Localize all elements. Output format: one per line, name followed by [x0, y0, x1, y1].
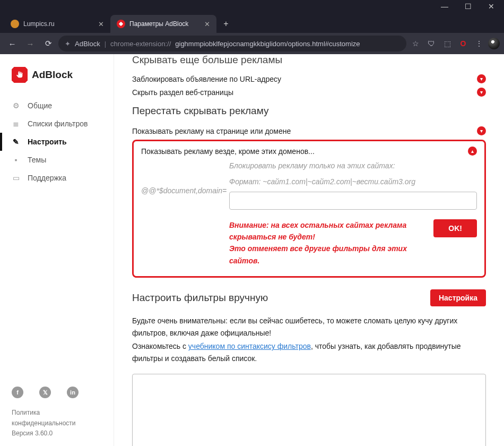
section-manual-title: Настроить фильтры вручную	[132, 292, 268, 304]
sidebar-item-label: Темы	[28, 156, 46, 164]
domains-input[interactable]	[229, 192, 477, 210]
tab-adblock-options[interactable]: Параметры AdBlock ✕	[110, 15, 216, 33]
section-stop-hiding-title: Перестать скрывать рекламу	[132, 105, 486, 117]
extension-icon: ✦	[65, 40, 71, 48]
twitter-icon[interactable]: 𝕏	[39, 387, 51, 398]
window-maximize-button[interactable]: ☐	[456, 0, 480, 13]
manual-warning-text: Будьте очень внимательны: если вы сейчас…	[132, 315, 486, 339]
ok-button[interactable]: OK!	[433, 219, 477, 237]
address-bar: ← → ⟳ ✦ AdBlock | chrome-extension://gig…	[0, 33, 504, 54]
sidebar-item-label: Списки фильтров	[28, 119, 88, 128]
row-show-except[interactable]: Показывать рекламу везде, кроме этих дом…	[141, 144, 477, 158]
adblock-logo: AdBlock	[0, 64, 114, 97]
window-titlebar: — ☐ ✕	[0, 0, 504, 13]
sidebar-footer: f 𝕏 in Политика конфиденциальности Верси…	[0, 379, 114, 446]
window-minimize-button[interactable]: —	[433, 0, 456, 13]
filter-prefix-label: @@*$document,domain=	[141, 160, 224, 195]
manual-filters-header: Настроить фильтры вручную Настройка	[132, 289, 486, 306]
sidebar: AdBlock ⚙ Общие ≣ Списки фильтров ✎ Наст…	[0, 54, 114, 446]
main-panel: Скрывать еще больше рекламы Заблокироват…	[114, 54, 504, 446]
sidebar-item-customize[interactable]: ✎ Настроить	[0, 133, 114, 151]
forward-button[interactable]: →	[22, 36, 38, 52]
url-prefix: chrome-extension://	[110, 40, 171, 48]
manual-filters-textarea[interactable]	[132, 374, 486, 446]
adblock-logo-icon	[12, 67, 28, 83]
page-content: AdBlock ⚙ Общие ≣ Списки фильтров ✎ Наст…	[0, 54, 504, 446]
back-button[interactable]: ←	[4, 36, 20, 52]
url-path: gighmmpiobklfepjocnamgkkbiglidom/options…	[175, 40, 360, 48]
menu-icon[interactable]: ⋮	[472, 37, 486, 50]
brand-name: AdBlock	[32, 69, 73, 81]
row-label: Показывать рекламу везде, кроме этих дом…	[141, 147, 315, 156]
sidebar-item-support[interactable]: ▭ Поддержка	[0, 169, 114, 187]
pencil-icon: ✎	[12, 138, 20, 146]
url-field[interactable]: ✦ AdBlock | chrome-extension://gighmmpio…	[58, 36, 406, 52]
sidebar-item-themes[interactable]: ▪ Темы	[0, 151, 114, 169]
tab-strip: Lumpics.ru ✕ Параметры AdBlock ✕ +	[0, 13, 504, 33]
row-show-on-page[interactable]: Показывать рекламу на странице или домен…	[132, 124, 486, 138]
expand-icon[interactable]: ▾	[477, 74, 486, 83]
row-label: Заблокировать объявление по URL-адресу	[132, 75, 281, 83]
sidebar-item-filters[interactable]: ≣ Списки фильтров	[0, 115, 114, 133]
manual-tutorial-text: Ознакомьтесь с учебником по синтаксису ф…	[132, 340, 486, 365]
syntax-tutorial-link[interactable]: учебником по синтаксису фильтров	[188, 342, 311, 350]
sidebar-item-general[interactable]: ⚙ Общие	[0, 97, 114, 115]
adblock-favicon	[117, 20, 125, 28]
lumpics-favicon	[11, 20, 19, 28]
row-label: Показывать рекламу на странице или домен…	[132, 127, 291, 135]
warning-text: Внимание: на всех остальных сайтах рекла…	[229, 219, 426, 267]
sidebar-item-label: Настроить	[28, 138, 67, 146]
theme-icon: ▪	[12, 156, 20, 164]
row-hide-section[interactable]: Скрыть раздел веб-страницы ▾	[132, 85, 486, 99]
window-close-button[interactable]: ✕	[480, 0, 503, 13]
section-hide-more-title: Скрывать еще больше рекламы	[132, 54, 486, 66]
cube-icon[interactable]: ⬚	[440, 37, 454, 50]
reload-button[interactable]: ⟳	[40, 36, 56, 52]
version-label: Версия 3.60.0	[12, 428, 102, 439]
collapse-icon[interactable]: ▴	[468, 147, 477, 156]
sidebar-item-label: Поддержка	[28, 174, 66, 182]
expand-icon[interactable]: ▾	[477, 126, 486, 135]
tab-close-icon[interactable]: ✕	[204, 20, 210, 28]
list-icon: ≣	[12, 119, 20, 128]
chat-icon: ▭	[12, 174, 20, 182]
new-tab-button[interactable]: +	[219, 16, 233, 31]
sidebar-item-label: Общие	[28, 101, 52, 110]
hint-format: Формат: ~сайт1.com|~сайт2.com|~вести.сай…	[229, 176, 477, 188]
row-block-by-url[interactable]: Заблокировать объявление по URL-адресу ▾	[132, 72, 486, 85]
row-label: Скрыть раздел веб-страницы	[132, 88, 233, 97]
opera-icon[interactable]: O	[456, 37, 470, 50]
expand-icon[interactable]: ▾	[477, 88, 486, 97]
favorite-icon[interactable]: ☆	[409, 37, 422, 50]
linkedin-icon[interactable]: in	[67, 387, 79, 398]
configure-button[interactable]: Настройка	[430, 289, 486, 306]
gear-icon: ⚙	[12, 101, 20, 110]
tab-label: Lumpics.ru	[23, 20, 55, 28]
facebook-icon[interactable]: f	[12, 387, 23, 398]
shield-icon[interactable]: 🛡	[424, 37, 438, 50]
tab-label: Параметры AdBlock	[129, 20, 188, 28]
hint-sites-only: Блокировать рекламу только на этих сайта…	[229, 160, 477, 173]
privacy-link[interactable]: Политика конфиденциальности	[12, 408, 102, 428]
highlight-except-domains: Показывать рекламу везде, кроме этих дом…	[132, 140, 486, 278]
extension-name: AdBlock	[75, 40, 100, 48]
tab-close-icon[interactable]: ✕	[98, 20, 104, 28]
profile-avatar[interactable]	[488, 38, 500, 49]
tab-lumpics[interactable]: Lumpics.ru ✕	[4, 15, 110, 33]
